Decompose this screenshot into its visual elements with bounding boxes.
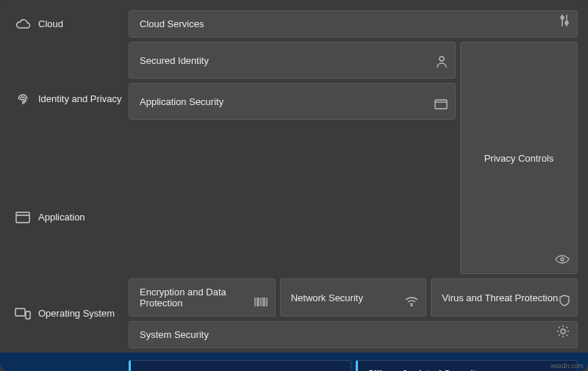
layer-application-text: Application — [38, 212, 85, 223]
card-encryption[interactable]: Encryption and Data Protection — [129, 278, 276, 317]
layer-cloud-text: Cloud — [38, 18, 63, 29]
card-system-security[interactable]: System Security — [129, 321, 578, 348]
card-encryption-label: Encryption and Data Protection — [140, 287, 265, 309]
layer-os-text: Operating System — [38, 308, 115, 319]
gear-shield-icon — [556, 325, 570, 340]
svg-point-6 — [440, 57, 444, 61]
row-identity-application: Identity and Privacy Application Secured… — [10, 42, 578, 274]
svg-point-19 — [412, 305, 413, 306]
svg-rect-4 — [16, 212, 29, 223]
card-virus-protection-label: Virus and Threat Protection — [442, 292, 558, 303]
fingerprint-icon — [15, 92, 31, 107]
row-os: Operating System Encryption and Data Pro… — [10, 278, 578, 348]
card-privacy-controls[interactable]: Privacy Controls — [460, 42, 578, 274]
svg-rect-7 — [435, 100, 447, 109]
layer-os-label: Operating System — [10, 278, 124, 348]
watermark: wsxdn.com — [551, 362, 584, 370]
barcode-icon — [254, 298, 268, 309]
card-network-security[interactable]: Network Security — [280, 278, 427, 317]
person-icon — [436, 55, 448, 71]
wifi-icon — [405, 296, 418, 309]
svg-rect-10 — [15, 309, 25, 316]
card-silicon-assisted[interactable]: Silicon Assisted Security Secured Kernel… — [356, 360, 578, 371]
layer-cloud-label: Cloud — [10, 10, 124, 37]
window-icon — [15, 212, 31, 223]
card-application-security-label: Application Security — [140, 96, 223, 107]
devices-icon — [15, 307, 31, 320]
row-hardware: Hardware (Chip) Hardware Root-of-Trust T… — [0, 353, 588, 371]
card-application-security[interactable]: Application Security — [129, 83, 456, 120]
card-secured-identity[interactable]: Secured Identity — [129, 42, 456, 79]
layer-identity-label: Identity and Privacy — [10, 42, 124, 156]
card-cloud-services[interactable]: Cloud Services — [129, 10, 578, 37]
svg-point-20 — [561, 329, 565, 334]
sliders-icon — [559, 14, 570, 29]
row-cloud: Cloud Cloud Services — [10, 10, 578, 37]
svg-rect-11 — [26, 311, 30, 319]
layer-identity-text: Identity and Privacy — [38, 93, 121, 104]
svg-point-9 — [561, 258, 564, 261]
eye-icon — [555, 255, 570, 266]
card-system-security-label: System Security — [140, 329, 209, 340]
card-privacy-controls-label: Privacy Controls — [484, 153, 554, 164]
shield-icon — [559, 295, 570, 309]
layer-hardware-label: Hardware (Chip) — [10, 360, 124, 371]
cloud-icon — [15, 18, 31, 30]
card-secured-identity-label: Secured Identity — [140, 55, 209, 66]
app-window-icon — [434, 99, 448, 112]
card-cloud-services-label: Cloud Services — [140, 18, 204, 29]
card-hardware-root-of-trust[interactable]: Hardware Root-of-Trust TPM 2.0 Microsoft… — [129, 360, 351, 371]
layer-application-label: Application — [10, 160, 124, 274]
card-network-security-label: Network Security — [291, 292, 363, 303]
card-virus-protection[interactable]: Virus and Threat Protection — [431, 278, 578, 317]
hw-silicon-title: Silicon Assisted Security — [368, 368, 482, 371]
